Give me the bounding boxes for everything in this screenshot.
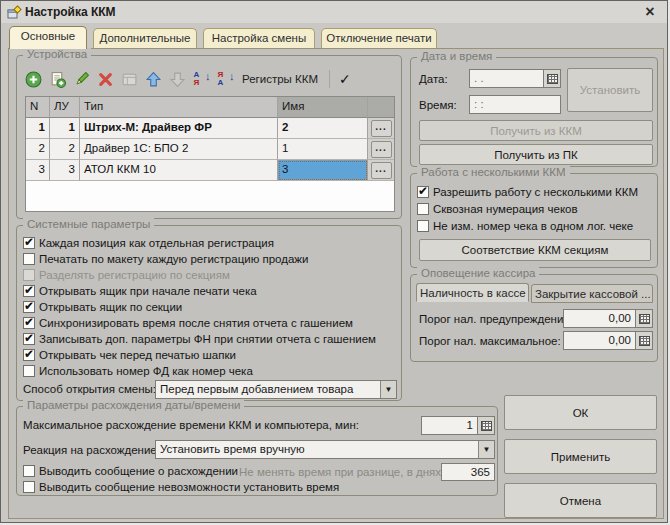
cell-lu[interactable]: 3 bbox=[50, 160, 80, 181]
move-down-icon[interactable] bbox=[167, 69, 188, 89]
cell-name[interactable]: 2 bbox=[278, 118, 368, 139]
table-row[interactable]: 1 1 Штрих-М: Драйвер ФР 2 ... bbox=[26, 118, 394, 139]
cancel-button[interactable]: Отмена bbox=[504, 483, 657, 518]
cell-type[interactable]: Штрих-М: Драйвер ФР bbox=[80, 118, 278, 139]
datetime-group: Дата и время Дата: . . Установить Время:… bbox=[410, 57, 658, 167]
chevron-down-icon[interactable]: ▼ bbox=[380, 381, 396, 398]
row-ellipsis-button[interactable]: ... bbox=[371, 141, 392, 158]
date-field[interactable]: . . bbox=[469, 69, 561, 88]
tab-additional[interactable]: Дополнительные bbox=[93, 28, 197, 48]
cell-type[interactable]: АТОЛ ККМ 10 bbox=[80, 160, 278, 181]
checkbox-box bbox=[23, 349, 35, 361]
checkbox-show-discrepancy-message[interactable]: Выводить сообщение о расхождении bbox=[23, 464, 238, 479]
kkm-sections-mapping-button[interactable]: Соответствие ККМ секциям bbox=[419, 239, 651, 261]
shift-open-select[interactable]: Перед первым добавлением товара ▼ bbox=[155, 380, 397, 399]
cell-n[interactable]: 2 bbox=[26, 139, 50, 160]
days-field[interactable]: 365 bbox=[441, 463, 495, 481]
checkbox-open-check-before-header[interactable]: Открывать чек перед печатью шапки bbox=[23, 348, 236, 363]
tab-shift-settings[interactable]: Настройка смены bbox=[203, 28, 315, 48]
discrepancy-caption: Параметры расхождения даты/времени bbox=[23, 399, 244, 411]
checkbox-box bbox=[23, 365, 35, 377]
sort-ascending-icon[interactable]: АЯ↓ bbox=[191, 69, 212, 89]
cell-lu[interactable]: 1 bbox=[50, 118, 80, 139]
tab-page-main: Устройства bbox=[8, 48, 664, 519]
close-icon[interactable]: × bbox=[641, 2, 659, 21]
checkbox-each-position[interactable]: Каждая позиция как отдельная регистрация bbox=[23, 236, 274, 251]
checkbox-open-drawer-by-section[interactable]: Открывать ящик по секции bbox=[23, 300, 182, 315]
set-button[interactable]: Установить bbox=[567, 68, 653, 112]
calculator-icon[interactable] bbox=[636, 309, 653, 328]
time-field[interactable]: : : bbox=[469, 95, 561, 114]
kkm-settings-dialog: Настройка ККМ × Основные Дополнительные … bbox=[0, 0, 668, 523]
time-value: : : bbox=[469, 95, 561, 114]
max-discrepancy-field[interactable]: 1 bbox=[421, 416, 495, 435]
cashier-alert-caption: Оповещение кассира bbox=[417, 267, 539, 279]
devices-group: Устройства bbox=[16, 55, 402, 219]
days-label: Не менять время при разнице, в днях: bbox=[239, 466, 444, 478]
devices-toolbar: АЯ↓ ЯА↓ Регистры ККМ ✓ bbox=[23, 68, 355, 90]
checkbox-keep-check-number[interactable]: Не изм. номер чека в одном лог. чеке bbox=[417, 219, 633, 234]
max-threshold-label: Порог нал. максимальное: bbox=[419, 335, 561, 347]
checkbox-box bbox=[23, 253, 35, 265]
checkbox-sync-time[interactable]: Синхронизировать время после снятия отче… bbox=[23, 316, 353, 331]
get-from-pc-button[interactable]: Получить из ПК bbox=[419, 144, 653, 165]
cell-type[interactable]: Драйвер 1С: БПО 2 bbox=[80, 139, 278, 160]
calculator-icon[interactable] bbox=[636, 331, 653, 350]
kkm-registers-button[interactable]: Регистры ККМ bbox=[239, 73, 324, 85]
header-name: Имя bbox=[278, 97, 368, 118]
cell-name[interactable]: 1 bbox=[278, 139, 368, 160]
table-row[interactable]: 2 2 Драйвер 1С: БПО 2 1 ... bbox=[26, 139, 394, 160]
reaction-select[interactable]: Установить время вручную ▼ bbox=[155, 440, 495, 459]
tab-cash-in-register[interactable]: Наличность в кассе bbox=[416, 283, 529, 302]
cell-n[interactable]: 3 bbox=[26, 160, 50, 181]
header-type: Тип bbox=[80, 97, 278, 118]
edit-icon[interactable] bbox=[71, 69, 92, 89]
devices-caption: Устройства bbox=[23, 48, 91, 60]
cell-lu[interactable]: 2 bbox=[50, 139, 80, 160]
checkbox-use-fd-number[interactable]: Использовать номер ФД как номер чека bbox=[23, 364, 253, 379]
warning-threshold-value: 0,00 bbox=[563, 309, 636, 328]
calculator-icon[interactable] bbox=[478, 416, 495, 435]
devices-table: N ЛУ Тип Имя 1 1 Штрих-М: Драйвер ФР 2 .… bbox=[25, 96, 395, 212]
apply-button[interactable]: Применить bbox=[504, 439, 657, 474]
tab-print-disable[interactable]: Отключение печати bbox=[321, 28, 437, 48]
checkbox-box bbox=[23, 481, 35, 493]
checkbox-open-drawer-print-start[interactable]: Открывать ящик при начале печати чека bbox=[23, 284, 257, 299]
tab-shift-closing[interactable]: Закрытие кассовой ... bbox=[531, 284, 653, 303]
checkbox-impossible-message[interactable]: Выводить сообщение невозможности установ… bbox=[23, 480, 339, 495]
warning-threshold-label: Порог нал. предупреждение: bbox=[419, 313, 573, 325]
max-threshold-field[interactable]: 0,00 bbox=[563, 331, 653, 350]
header-lu: ЛУ bbox=[50, 97, 80, 118]
get-from-kkm-button[interactable]: Получить из ККМ bbox=[419, 120, 653, 141]
copy-icon[interactable] bbox=[47, 69, 68, 89]
finish-edit-icon[interactable] bbox=[119, 69, 140, 89]
calendar-icon[interactable] bbox=[544, 69, 561, 88]
checkbox-box bbox=[23, 269, 35, 281]
checkbox-print-by-layout[interactable]: Печатать по макету каждую регистрацию пр… bbox=[23, 252, 308, 267]
sort-descending-icon[interactable]: ЯА↓ bbox=[215, 69, 236, 89]
ok-button[interactable]: ОК bbox=[504, 395, 657, 430]
checkbox-box bbox=[23, 317, 35, 329]
checkbox-allow-multi-kkm[interactable]: Разрешить работу с несколькими ККМ bbox=[417, 185, 638, 200]
checkbox-box bbox=[417, 220, 429, 232]
warning-threshold-field[interactable]: 0,00 bbox=[563, 309, 653, 328]
delete-icon[interactable] bbox=[95, 69, 116, 89]
checkbox-write-fn-params[interactable]: Записывать доп. параметры ФН при снятии … bbox=[23, 332, 376, 347]
cell-name-selected[interactable]: 3 bbox=[278, 160, 368, 181]
date-value: . . bbox=[469, 69, 544, 88]
checkbox-through-numbering[interactable]: Сквозная нумерация чеков bbox=[417, 202, 578, 217]
cell-n[interactable]: 1 bbox=[26, 118, 50, 139]
header-actions bbox=[368, 97, 394, 118]
row-ellipsis-button[interactable]: ... bbox=[371, 162, 392, 179]
checkbox-box bbox=[23, 465, 35, 477]
tab-main[interactable]: Основные bbox=[9, 26, 87, 49]
row-ellipsis-button[interactable]: ... bbox=[371, 120, 392, 137]
chevron-down-icon[interactable]: ▼ bbox=[478, 441, 494, 458]
check-icon[interactable]: ✓ bbox=[335, 71, 355, 87]
form-icon bbox=[7, 5, 22, 20]
move-up-icon[interactable] bbox=[143, 69, 164, 89]
table-row[interactable]: 3 3 АТОЛ ККМ 10 3 ... bbox=[26, 160, 394, 181]
multi-kkm-caption: Работа с несколькими ККМ bbox=[417, 166, 570, 178]
system-params-group: Системные параметры Каждая позиция как о… bbox=[16, 225, 402, 401]
add-icon[interactable] bbox=[23, 69, 44, 89]
